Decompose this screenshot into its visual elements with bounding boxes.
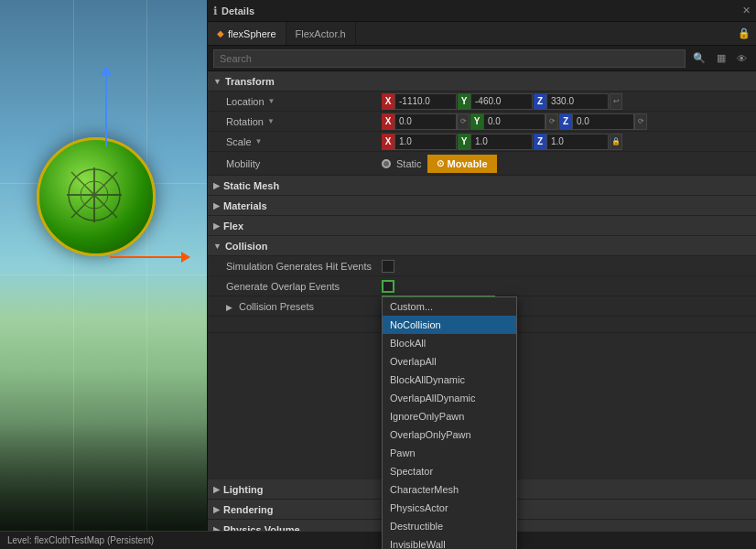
preset-pawn[interactable]: Pawn [383,444,516,462]
rotation-label: Rotation ▼ [226,116,382,127]
preset-overlaponlypawn[interactable]: OverlapOnlyPawn [383,425,516,444]
rx-label: X [382,113,394,130]
details-panel: ℹ Details ✕ ◆ flexSphere FlexActor.h 🔒 🔍 [207,0,756,549]
lock-button[interactable]: 🔒 [732,22,756,45]
rotation-z-spin[interactable]: ⟳ [634,113,647,130]
section-flex[interactable]: ▶ Flex [208,216,756,236]
rotation-z-input[interactable]: Z 0.0 ⟳ [559,113,647,130]
location-xyz: X -1110.0 Y -460.0 Z 330.0 ↩ [382,93,756,110]
location-y-input[interactable]: Y -460.0 [458,93,533,110]
scale-z-input[interactable]: Z 1.0 [534,134,609,150]
scale-z-field[interactable]: 1.0 [546,134,609,150]
location-label: Location ▼ [226,96,382,107]
movable-button[interactable]: ⊙ Movable [427,155,497,173]
location-x-field[interactable]: -1110.0 [394,93,457,110]
z-label: Z [534,93,546,110]
close-button[interactable]: ✕ [742,5,751,16]
transform-label: Transform [225,76,275,87]
rotation-z-field[interactable]: 0.0 [572,113,634,130]
location-z-field[interactable]: 330.0 [546,93,609,110]
preset-nocollision[interactable]: NoCollision [383,316,516,334]
preset-spectator[interactable]: Spectator [383,462,516,480]
rz-label: Z [559,113,572,130]
section-materials[interactable]: ▶ Materials [208,196,756,216]
lighting-label: Lighting [223,484,263,495]
preset-physicsactor[interactable]: PhysicsActor [383,499,516,517]
scale-x-input[interactable]: X 1.0 [382,134,457,150]
preset-blockalldynamic[interactable]: BlockAllDynamic [383,371,516,389]
tab-bar: ◆ flexSphere FlexActor.h 🔒 [208,22,756,46]
preset-overlapalldynamic[interactable]: OverlapAllDynamic [383,389,516,407]
status-bar: Level: flexClothTestMap (Persistent) [0,531,756,549]
search-bar: 🔍 ▦ 👁 [208,46,756,71]
viewport [0,0,207,531]
sx-label: X [382,134,394,150]
section-collision[interactable]: ▼ Collision [208,236,756,256]
sim-hit-events-checkbox[interactable] [382,260,394,273]
location-y-field[interactable]: -460.0 [470,93,533,110]
tab-icon-flexsphere: ◆ [217,28,224,38]
up-arrow-gizmo[interactable] [105,73,107,146]
rotation-x-input[interactable]: X 0.0 ⟳ [382,113,470,130]
location-x-input[interactable]: X -1110.0 [382,93,457,110]
rotation-x-spin[interactable]: ⟳ [457,113,470,130]
search-input[interactable] [213,49,686,68]
location-z-input[interactable]: Z 330.0 [534,93,609,110]
preset-blockall[interactable]: BlockAll [383,334,516,352]
location-row: Location ▼ X -1110.0 Y -460.0 Z [208,92,756,112]
panel-content[interactable]: ▼ Transform Location ▼ X -1110.0 [208,71,756,549]
map-name: flexClothTestMap (Persistent) [34,535,154,545]
mobility-row: Mobility Static ⊙ Movable [208,152,756,176]
y-label: Y [458,93,470,110]
scale-y-field[interactable]: 1.0 [470,134,533,150]
grid-view-button[interactable]: ▦ [713,50,729,66]
mobility-options: Static ⊙ Movable [382,155,497,173]
tab-label-flexsphere: flexSphere [228,28,276,39]
sz-label: Z [534,134,546,150]
lighting-arrow: ▶ [213,485,220,494]
right-arrow-gizmo[interactable] [110,256,183,258]
section-transform[interactable]: ▼ Transform [208,71,756,92]
location-reset-button[interactable]: ↩ [610,93,622,110]
transform-arrow: ▼ [213,77,221,86]
collision-presets-label: ▶ Collision Presets [226,301,382,312]
scale-lock-button[interactable]: 🔒 [610,134,622,150]
movable-label: Movable [448,158,488,169]
collision-dropdown-popup: Custom... NoCollision BlockAll OverlapAl… [382,296,517,549]
preset-ignoreonlypawn[interactable]: IgnoreOnlyPawn [383,407,516,425]
static-radio[interactable] [382,159,391,168]
preset-destructible[interactable]: Destructible [383,517,516,535]
section-static-mesh[interactable]: ▶ Static Mesh [208,176,756,196]
static-option[interactable] [382,159,391,168]
tab-flexsphere[interactable]: ◆ flexSphere [208,22,286,45]
rendering-arrow: ▶ [213,505,220,514]
scale-xyz: X 1.0 Y 1.0 Z 1.0 🔒 [382,134,756,150]
details-icon: ℹ [213,5,218,17]
preset-custom[interactable]: Custom... [383,297,516,316]
x-label: X [382,93,394,110]
ry-label: Y [470,113,483,130]
details-title-bar: ℹ Details ✕ [208,0,756,22]
rotation-y-input[interactable]: Y 0.0 ⟳ [470,113,558,130]
overlap-events-checkbox[interactable] [382,280,394,293]
collision-presets-container: ▶ Collision Presets Custom...NoCollision… [208,296,756,333]
tab-flexactor[interactable]: FlexActor.h [286,22,356,45]
search-button[interactable]: 🔍 [689,50,709,66]
rotation-xyz: X 0.0 ⟳ Y 0.0 ⟳ Z 0.0 ⟳ [382,113,756,130]
sphere-object[interactable] [37,137,156,256]
preset-charactermesh[interactable]: CharacterMesh [383,480,516,499]
sim-hit-events-row: Simulation Generates Hit Events [208,256,756,276]
movable-icon: ⊙ [437,158,444,168]
preset-invisiblewall[interactable]: InvisibleWall [383,535,516,549]
filter-button[interactable]: 👁 [733,51,751,66]
sy-label: Y [458,134,470,150]
flex-label: Flex [223,221,243,231]
scale-x-field[interactable]: 1.0 [394,134,457,150]
preset-overlapall[interactable]: OverlapAll [383,352,516,371]
scale-y-input[interactable]: Y 1.0 [458,134,533,150]
rotation-y-field[interactable]: 0.0 [483,113,545,130]
rotation-y-spin[interactable]: ⟳ [545,113,558,130]
level-label: Level: [7,535,32,545]
rotation-x-field[interactable]: 0.0 [394,113,457,130]
static-mesh-arrow: ▶ [213,181,220,190]
